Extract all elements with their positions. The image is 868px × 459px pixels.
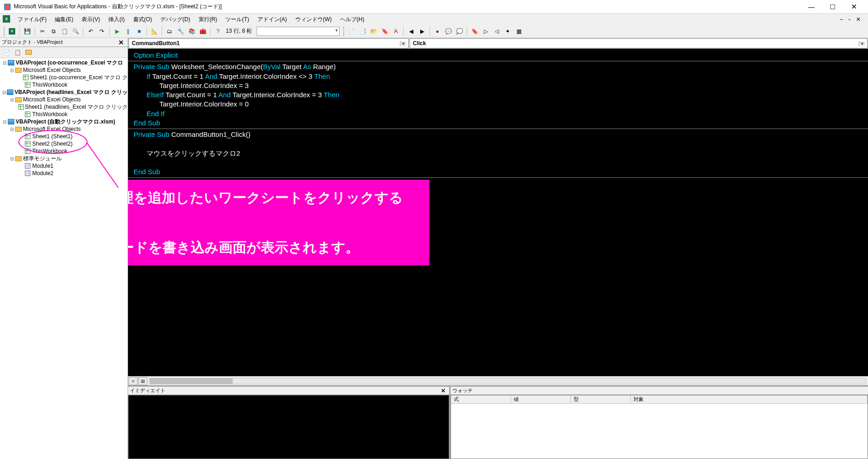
tree-folder-1[interactable]: ⊟Microsoft Excel Objects (0, 66, 128, 74)
breakpoint-button[interactable]: ● (432, 26, 442, 36)
code-editor[interactable]: Option Explicit Private Sub Worksheet_Se… (128, 49, 868, 376)
tree-workbook-2[interactable]: ThisWorkbook (0, 111, 128, 118)
code-dropdown-bar: CommandButton1 Click (128, 38, 868, 49)
redo-button[interactable]: ↷ (97, 26, 107, 36)
menu-edit[interactable]: 編集(E) (51, 15, 77, 24)
tree-module-2[interactable]: Module2 (0, 170, 128, 177)
project-panel-close[interactable]: ✕ (117, 39, 126, 46)
tree-module-1[interactable]: Module1 (0, 162, 128, 170)
copy-button[interactable]: ⧉ (48, 26, 59, 36)
close-button[interactable]: ✕ (843, 0, 864, 14)
project-tree[interactable]: ⊟VBAProject (co-occurrence_Excel マクロ ⊟Mi… (0, 58, 128, 459)
clear-bookmarks-button[interactable]: ✦ (503, 26, 513, 36)
menu-addins[interactable]: アドイン(A) (254, 15, 291, 24)
immediate-close[interactable]: ✕ (439, 388, 447, 394)
tree-modules-folder[interactable]: ⊟標準モジュール (0, 155, 128, 162)
toolbar-grip[interactable] (4, 27, 5, 36)
tree-sheet-3b[interactable]: Sheet2 (Sheet2) (0, 140, 128, 147)
window-title: Microsoft Visual Basic for Applications … (14, 3, 801, 11)
toolbar-combo[interactable] (257, 27, 340, 36)
prev-bookmark-button[interactable]: ◁ (492, 26, 502, 36)
procedure-dropdown[interactable]: Click (410, 38, 868, 48)
view-object-button[interactable]: 📋 (13, 48, 22, 57)
main-layout: プロジェクト - VBAProject ✕ 📄 📋 ⊟VBAProject (c… (0, 38, 868, 459)
tb-btn-d[interactable]: 🔖 (380, 26, 390, 36)
toolbox-button[interactable]: 🧰 (198, 26, 208, 36)
tb-last-button[interactable]: ▦ (514, 26, 524, 36)
menu-insert[interactable]: 挿入(I) (105, 15, 128, 24)
menu-debug[interactable]: デバッグ(D) (157, 15, 194, 24)
mdi-restore[interactable]: ▫ (847, 16, 852, 23)
tree-workbook-1[interactable]: ThisWorkbook (0, 81, 128, 88)
immediate-body[interactable] (128, 395, 449, 459)
watch-col-context[interactable]: 対象 (631, 395, 868, 403)
object-dropdown[interactable]: CommandButton1 (129, 38, 409, 48)
reset-button[interactable]: ■ (134, 26, 144, 36)
procedure-view-button[interactable]: ≡ (129, 377, 138, 385)
tree-project-2[interactable]: ⊟VBAProject (headlines_Excel マクロ クリッ (0, 88, 128, 96)
maximize-button[interactable]: ☐ (822, 0, 843, 14)
cursor-position: 13 行, 8 桁 (224, 27, 254, 35)
menu-file[interactable]: ファイル(F) (14, 15, 50, 24)
tb-btn-a[interactable]: 📄 (346, 26, 357, 36)
annotation-line1: 処理を追加したいワークシートをクリックすると、 (128, 185, 421, 235)
uncomment-button[interactable]: 💭 (454, 26, 464, 36)
watch-columns: 式 値 型 対象 (451, 395, 868, 404)
window-controls: — ☐ ✕ (801, 0, 864, 14)
mdi-minimize[interactable]: – (838, 16, 845, 23)
tree-sheet-1[interactable]: Sheet1 (co-occurrence_Excel マクロ ク (0, 74, 128, 81)
project-panel-toolbar: 📄 📋 (0, 47, 128, 58)
tb-btn-c[interactable]: 📂 (369, 26, 379, 36)
watch-col-expression[interactable]: 式 (451, 395, 511, 403)
tree-folder-2[interactable]: ⊟Microsoft Excel Objects (0, 96, 128, 103)
watch-col-value[interactable]: 値 (511, 395, 571, 403)
tb-btn-e[interactable]: A (391, 26, 401, 36)
tree-project-3[interactable]: ⊟VBAProject (自動クリックマクロ.xlsm) (0, 118, 128, 125)
cut-button[interactable]: ✂ (37, 26, 47, 36)
menu-run[interactable]: 実行(R) (195, 15, 221, 24)
menu-tools[interactable]: ツール(T) (222, 15, 252, 24)
project-panel-title: プロジェクト - VBAProject (2, 39, 63, 46)
find-button[interactable]: 🔍 (70, 26, 81, 36)
full-module-view-button[interactable]: ▤ (138, 377, 147, 385)
code-view-footer: ≡ ▤ (128, 376, 868, 385)
project-explorer-button[interactable]: 🗂 (164, 26, 175, 36)
menu-format[interactable]: 書式(O) (129, 15, 156, 24)
view-code-button[interactable]: 📄 (2, 48, 11, 57)
menu-view[interactable]: 表示(V) (78, 15, 104, 24)
minimize-button[interactable]: — (801, 0, 822, 14)
design-mode-button[interactable]: 📐 (149, 26, 159, 36)
properties-button[interactable]: 🔧 (176, 26, 186, 36)
tb-btn-b[interactable]: 📑 (358, 26, 368, 36)
run-button[interactable]: ▶ (112, 26, 122, 36)
toggle-folders-button[interactable] (24, 48, 33, 57)
code-pane: CommandButton1 Click Option Explicit Pri… (128, 38, 868, 459)
undo-button[interactable]: ↶ (86, 26, 96, 36)
tree-project-1[interactable]: ⊟VBAProject (co-occurrence_Excel マクロ (0, 59, 128, 66)
comment-button[interactable]: 💬 (443, 26, 453, 36)
mdi-close[interactable]: ✕ (854, 16, 862, 23)
tree-sheet-3a[interactable]: Sheet1 (Sheet1) (0, 133, 128, 140)
excel-icon[interactable]: X (3, 15, 11, 24)
tree-folder-3[interactable]: ⊟Microsoft Excel Objects (0, 125, 128, 133)
bottom-panels: イミディエイト ✕ ウォッチ 式 値 型 対象 (128, 385, 868, 459)
paste-button[interactable]: 📋 (59, 26, 70, 36)
tree-workbook-3[interactable]: ThisWorkbook (0, 147, 128, 155)
break-button[interactable]: ‖ (123, 26, 133, 36)
watch-title: ウォッチ (452, 387, 473, 394)
save-button[interactable]: 💾 (22, 26, 32, 36)
watch-window: ウォッチ 式 値 型 対象 (451, 387, 868, 459)
outdent-button[interactable]: ◀ (406, 26, 416, 36)
watch-col-type[interactable]: 型 (571, 395, 631, 403)
code-horizontal-scrollbar[interactable] (149, 378, 866, 384)
view-excel-button[interactable]: X (7, 26, 17, 36)
object-browser-button[interactable]: 📚 (187, 26, 197, 36)
help-button[interactable]: ? (213, 26, 223, 36)
tree-sheet-2[interactable]: Sheet1 (headlines_Excel マクロ クリック_c (0, 103, 128, 111)
indent-button[interactable]: ▶ (417, 26, 427, 36)
toolbar-grip-2[interactable] (343, 27, 345, 36)
next-bookmark-button[interactable]: ▷ (481, 26, 491, 36)
bookmark-button[interactable]: 🔖 (469, 26, 480, 36)
menu-window[interactable]: ウィンドウ(W) (292, 15, 335, 24)
menu-help[interactable]: ヘルプ(H) (336, 15, 368, 24)
